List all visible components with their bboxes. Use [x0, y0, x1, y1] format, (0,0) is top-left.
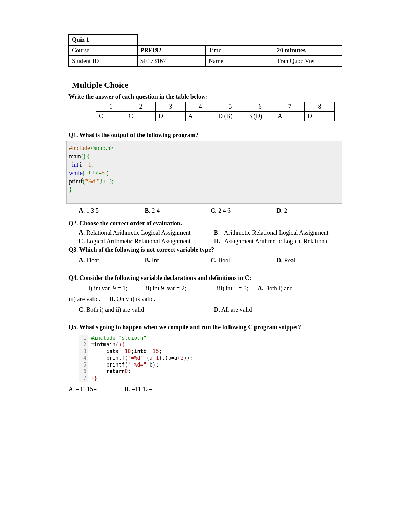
code-token: ,b); — [147, 362, 159, 369]
code-token: i = — [78, 161, 88, 168]
ans-head: 3 — [156, 102, 186, 112]
q5-options: A. =11 15= B. =11 12= — [68, 386, 342, 393]
ans-head: 2 — [126, 102, 156, 112]
sid-label: Student ID — [69, 56, 137, 66]
code-token: ; — [128, 368, 131, 375]
opt-label: C. — [211, 257, 217, 264]
q4-line2: iii) are valid. B. Only i) is valid. — [68, 296, 342, 303]
ans-head: 6 — [245, 102, 275, 112]
q5-title: Q5. What's going to happen when we compi… — [68, 324, 342, 331]
q1-b: 2 4 — [152, 207, 160, 214]
name-value: Tran Quoc Viet — [274, 56, 342, 66]
q5-b: =11 12= — [132, 386, 152, 393]
code-token: ; — [131, 348, 134, 355]
code-token: int — [72, 161, 78, 168]
code-token: ( i++<= — [83, 170, 102, 176]
q3-b: Int — [152, 257, 159, 264]
section-heading: Multiple Choice — [72, 81, 342, 90]
code-token: main — [103, 342, 115, 348]
q2-c: Logical Arithmetic Relational Assignment — [86, 238, 190, 245]
code-token: ),(b=a+ — [159, 355, 180, 362]
blank — [137, 35, 342, 45]
q4-c: Both i) and ii) are valid — [86, 306, 144, 313]
q4-a-cont: iii) are valid. — [68, 296, 100, 302]
quiz-title: Quiz 1 — [69, 35, 137, 45]
q1-d: 2 — [284, 207, 287, 214]
q2-a: Relational Arithmetic Logical Assignment — [86, 229, 190, 236]
q4-a-part: Both i) and — [265, 285, 293, 292]
q3-d: Real — [284, 257, 296, 264]
q4-line1: i) int var_9 = 1; ii) int 9_var = 2; iii… — [68, 285, 342, 292]
ans-head: 5 — [215, 102, 245, 112]
code-token: 15 — [153, 348, 159, 355]
code-token: )); — [184, 355, 193, 362]
code-token: "=%d" — [128, 355, 143, 362]
ans-cell: B (D) — [245, 112, 275, 121]
code-token: 10 — [125, 348, 131, 355]
opt-label: C. — [211, 207, 217, 214]
code-token: (){ — [115, 342, 125, 348]
opt-label: D. — [277, 257, 283, 264]
q3-a: Float — [86, 257, 99, 264]
opt-label: A. — [79, 207, 85, 214]
instruction: Write the answer of each question in the… — [68, 93, 342, 100]
code-token: ) — [105, 170, 109, 176]
code-token: 5 — [102, 170, 105, 176]
code-token: b = — [144, 348, 153, 355]
q2-title: Q2. Choose the correct order of evaluati… — [68, 220, 342, 227]
code-token: () { — [81, 153, 90, 160]
code-token: return — [106, 368, 125, 375]
code-token: ; — [159, 348, 162, 355]
q1-options: A. 1 3 5 B. 2 4 C. 2 4 6 D. 2 — [79, 207, 342, 214]
q1-c: 2 4 6 — [218, 207, 231, 214]
sid-value: SE173167 — [137, 56, 206, 66]
code-token: printf( — [106, 362, 128, 369]
name-label: Name — [206, 56, 274, 66]
code-token: 0 — [125, 368, 128, 375]
opt-label: B. — [124, 386, 130, 393]
q1-title: Q1. What is the output of the following … — [68, 132, 342, 139]
code-token: 2 — [180, 355, 184, 362]
code-token: a = — [115, 348, 125, 355]
code-token: ,i++); — [99, 178, 113, 185]
ans-cell: C — [126, 112, 156, 121]
q4-d: All are valid — [221, 306, 252, 313]
opt-label: A. — [79, 257, 85, 264]
q4-ii: ii) int 9_var = 2; — [146, 285, 186, 292]
code-token: ,(a+ — [144, 355, 156, 362]
code-token: printf( — [106, 355, 128, 362]
opt-label: D. — [214, 306, 220, 313]
code-token: "%d " — [85, 178, 99, 185]
code-token: while — [69, 170, 83, 176]
opt-label: D. — [214, 238, 220, 245]
q2-d: Assignment Arithmetic Logical Relational — [224, 238, 329, 245]
time-label: Time — [206, 45, 274, 56]
code-token: #include — [69, 145, 90, 151]
answer-table: 1 2 3 4 5 6 7 8 C C D A D (B) B (D) A D — [96, 102, 335, 121]
ans-head: 1 — [96, 102, 126, 112]
ans-cell: D (B) — [215, 112, 245, 121]
ans-cell: C — [96, 112, 126, 121]
q5-a-label: A. — [68, 386, 75, 393]
code-token: printf — [69, 178, 83, 185]
q1-a: 1 3 5 — [86, 207, 99, 214]
ans-cell: D — [156, 112, 186, 121]
q3-options: A. Float B. Int C. Bool D. Real — [79, 257, 342, 264]
q4-i: i) int var_9 = 1; — [89, 285, 127, 292]
opt-label: B. — [145, 257, 151, 264]
opt-label: C. — [79, 238, 85, 245]
ans-cell: A — [186, 112, 215, 121]
code-token: " %d=" — [128, 362, 146, 369]
code-token: 1 — [156, 355, 159, 362]
q4-row3: C. Both i) and ii) are valid D. All are … — [68, 306, 342, 313]
opt-label: D. — [277, 207, 283, 214]
code-token: int — [134, 348, 143, 355]
q4-title: Q4. Consider the following variable decl… — [68, 274, 342, 282]
q3-title: Q3. Which of the following is not correc… — [68, 246, 342, 253]
ans-head: 7 — [275, 102, 305, 112]
code-token: <stdio.h> — [90, 145, 114, 151]
q3-c: Bool — [218, 257, 230, 264]
q1-code: #include<stdio.h> main() { int i = 1; wh… — [66, 141, 342, 204]
q2-row1: A. Relational Arithmetic Logical Assignm… — [68, 229, 342, 236]
q2-b: Arithmetic Relational Logical Assignment — [224, 229, 328, 236]
